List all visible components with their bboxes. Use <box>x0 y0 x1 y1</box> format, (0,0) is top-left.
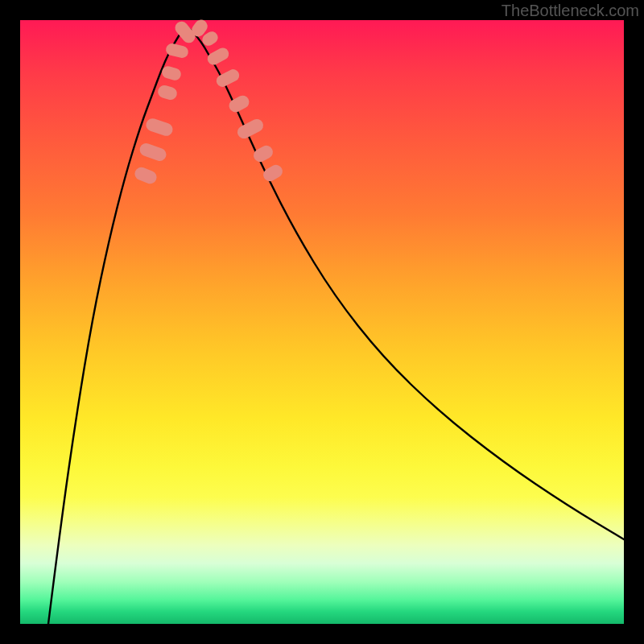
data-marker <box>144 117 174 138</box>
curve-left-branch <box>48 27 187 624</box>
watermark-text: TheBottleneck.com <box>502 2 639 20</box>
data-marker <box>235 117 266 141</box>
data-marker <box>133 165 159 185</box>
data-marker <box>205 46 231 67</box>
data-marker <box>138 142 167 163</box>
marker-group <box>133 17 285 185</box>
data-marker <box>251 143 275 164</box>
plot-area <box>20 20 624 624</box>
data-marker <box>156 84 178 101</box>
chart-svg <box>20 20 624 624</box>
data-marker <box>160 65 182 82</box>
data-marker <box>165 43 190 60</box>
curve-group <box>48 27 624 624</box>
curve-right-branch <box>187 27 624 539</box>
outer-frame: TheBottleneck.com <box>0 0 644 644</box>
data-marker <box>261 163 285 184</box>
